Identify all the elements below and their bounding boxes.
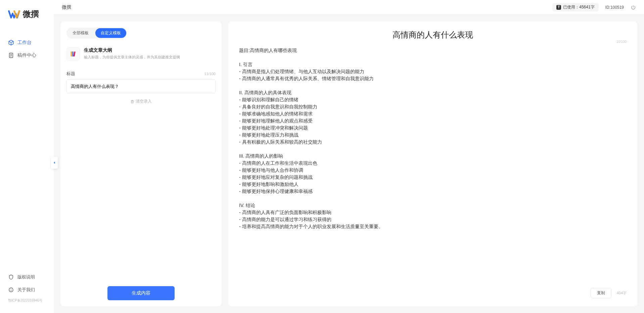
field-section: 标题 11/100 bbox=[66, 71, 216, 93]
svg-rect-8 bbox=[72, 52, 74, 57]
sidebar: 微撰 工作台 稿件中心 版权说明 bbox=[0, 0, 54, 313]
collapse-toggle[interactable] bbox=[51, 157, 58, 169]
word-count: 404字 bbox=[617, 291, 627, 296]
page-title: 微撰 bbox=[62, 4, 71, 10]
sidebar-item-workbench[interactable]: 工作台 bbox=[0, 36, 54, 49]
power-button[interactable] bbox=[631, 5, 636, 10]
sidebar-bottom: 版权说明 关于我们 鄂ICP备2022016946号 bbox=[0, 271, 54, 309]
logo-icon bbox=[8, 8, 20, 20]
logo-text: 微撰 bbox=[23, 9, 39, 19]
sidebar-item-label: 稿件中心 bbox=[17, 52, 36, 58]
document-icon bbox=[8, 52, 14, 58]
info-icon bbox=[8, 287, 14, 293]
right-panel: 高情商的人有什么表现 10/100 题目:高情商的人有哪些表现 I. 引言 - … bbox=[228, 21, 637, 306]
field-count: 11/100 bbox=[204, 72, 216, 76]
sidebar-item-label: 版权说明 bbox=[17, 274, 35, 280]
generate-button[interactable]: 生成内容 bbox=[107, 286, 175, 300]
sidebar-item-label: 关于我们 bbox=[17, 287, 35, 293]
svg-rect-7 bbox=[71, 52, 72, 57]
sidebar-item-copyright[interactable]: 版权说明 bbox=[0, 271, 54, 283]
field-header: 标题 11/100 bbox=[66, 71, 216, 77]
usage-label: 已使用：45641字 bbox=[563, 4, 594, 10]
clear-input-label: 清空录入 bbox=[136, 99, 152, 104]
doc-body[interactable]: 题目:高情商的人有哪些表现 I. 引言 - 高情商是指人们处理情绪、与他人互动以… bbox=[239, 47, 627, 282]
sidebar-item-about[interactable]: 关于我们 bbox=[0, 283, 54, 296]
logo: 微撰 bbox=[0, 8, 54, 36]
main: 微撰 T 已使用：45641字 ID:100519 全部模板 自定义模板 bbox=[54, 0, 644, 313]
template-desc: 输入标题，为你提供文章主体的灵感，并为其创建推文提纲 bbox=[84, 55, 216, 60]
left-panel: 全部模板 自定义模板 生成文章大纲 输入标题，为你提供文章主体的灵感，并为其创建… bbox=[60, 21, 222, 306]
doc-title-count: 10/100 bbox=[616, 40, 627, 44]
user-id: ID:100519 bbox=[605, 5, 624, 10]
right-panel-footer: 复制 404字 bbox=[239, 282, 627, 298]
nav-items: 工作台 稿件中心 bbox=[0, 36, 54, 271]
chevron-left-icon bbox=[52, 161, 56, 165]
doc-title[interactable]: 高情商的人有什么表现 bbox=[239, 30, 627, 40]
content: 全部模板 自定义模板 生成文章大纲 输入标题，为你提供文章主体的灵感，并为其创建… bbox=[54, 15, 644, 313]
cube-icon bbox=[8, 40, 14, 46]
svg-rect-9 bbox=[74, 51, 76, 56]
template-card: 生成文章大纲 输入标题，为你提供文章主体的灵感，并为其创建推文提纲 bbox=[66, 45, 216, 63]
left-panel-footer: 生成内容 bbox=[66, 279, 216, 300]
tabs: 全部模板 自定义模板 bbox=[66, 28, 127, 39]
icp-text: 鄂ICP备2022016946号 bbox=[0, 296, 54, 305]
sidebar-item-drafts[interactable]: 稿件中心 bbox=[0, 49, 54, 62]
usage-badge[interactable]: T 已使用：45641字 bbox=[552, 3, 598, 11]
title-input[interactable] bbox=[66, 80, 216, 93]
header-right: T 已使用：45641字 ID:100519 bbox=[552, 3, 636, 11]
text-count-icon: T bbox=[556, 5, 561, 10]
template-info: 生成文章大纲 输入标题，为你提供文章主体的灵感，并为其创建推文提纲 bbox=[84, 47, 216, 61]
books-icon bbox=[66, 47, 80, 61]
tab-custom-templates[interactable]: 自定义模板 bbox=[95, 28, 126, 38]
shield-icon bbox=[8, 274, 14, 280]
top-header: 微撰 T 已使用：45641字 ID:100519 bbox=[54, 0, 644, 15]
template-title: 生成文章大纲 bbox=[84, 47, 216, 53]
copy-button[interactable]: 复制 bbox=[591, 288, 611, 298]
sidebar-item-label: 工作台 bbox=[17, 40, 32, 46]
doc-title-wrap: 高情商的人有什么表现 10/100 bbox=[239, 30, 627, 40]
field-label: 标题 bbox=[66, 71, 75, 77]
trash-icon bbox=[130, 100, 134, 104]
clear-input-button[interactable]: 清空录入 bbox=[66, 99, 216, 104]
tab-all-templates[interactable]: 全部模板 bbox=[67, 28, 94, 38]
power-icon bbox=[631, 5, 636, 10]
